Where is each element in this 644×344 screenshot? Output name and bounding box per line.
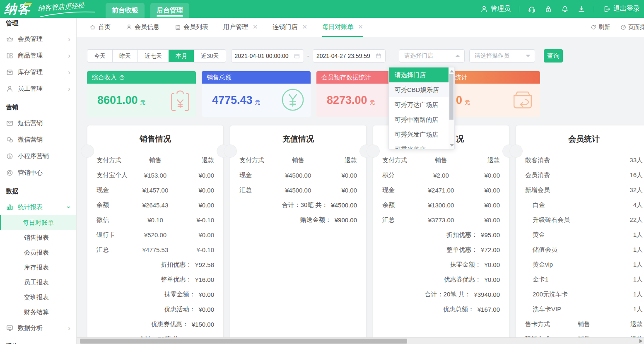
card-title: 销售总额 xyxy=(207,74,232,82)
refresh-button[interactable]: 刷新 xyxy=(590,24,610,31)
table-row: 现金¥1457.00¥0.00 xyxy=(96,183,214,197)
return-box-icon xyxy=(511,88,534,109)
sidebar-item-统计报表[interactable]: 统计报表› xyxy=(0,199,76,215)
sidebar-item-库存管理[interactable]: 库存管理› xyxy=(0,64,76,80)
tab-backend-manage[interactable]: 后台管理 xyxy=(150,3,189,18)
summary-row: 整单优惠：¥16.00 xyxy=(96,272,214,287)
close-icon[interactable]: ✕ xyxy=(358,23,363,31)
store-option-可秀万达广场店[interactable]: 可秀万达广场店 xyxy=(389,97,449,112)
sidebar-item-会员管理[interactable]: 会员管理› xyxy=(0,31,76,47)
page-tab-连锁门店[interactable]: 连锁门店✕ xyxy=(273,18,308,37)
download-icon xyxy=(577,5,586,13)
strip-actions: 刷新 页面操作 xyxy=(590,18,644,37)
sidebar-subitem-财务结算[interactable]: 财务结算 xyxy=(0,305,76,320)
sidebar-item-小程序营销[interactable]: 小程序营销 xyxy=(0,148,76,164)
sidebar-subitem-每日对账单[interactable]: 每日对账单 xyxy=(0,215,76,230)
quick-range-近30天[interactable]: 近30天 xyxy=(194,50,226,62)
page-tab-会员列表[interactable]: 会员列表 xyxy=(174,18,208,37)
refresh-icon xyxy=(590,24,597,31)
page-tabs: 首页会员信息会员列表用户管理✕连锁门店✕每日对账单✕ xyxy=(77,18,644,37)
sidebar-section: 数据统计报表›每日对账单销售报表会员报表库存报表员工报表交班报表财务结算数据分析… xyxy=(0,181,76,336)
store-option-可秀CBD娱乐店[interactable]: 可秀CBD娱乐店 xyxy=(389,82,449,97)
store-option-可秀兴发广场店[interactable]: 可秀兴发广场店 xyxy=(389,127,449,142)
dropdown-scrollbar[interactable] xyxy=(449,67,454,149)
sidebar-item-label: 短信营销 xyxy=(18,119,43,127)
stat-row: 黄金vip1人 xyxy=(525,257,643,272)
sidebar-subitem-交班报表[interactable]: 交班报表 xyxy=(0,290,76,305)
search-button[interactable]: 查询 xyxy=(544,49,563,63)
close-icon[interactable]: ✕ xyxy=(302,23,308,31)
operator-select[interactable]: 请选择操作员 xyxy=(469,49,535,63)
page-tab-首页[interactable]: 首页 xyxy=(89,18,111,37)
help-icon[interactable] xyxy=(119,75,125,81)
page-tab-会员信息[interactable]: 会员信息 xyxy=(125,18,159,37)
sidebar-item-微信营销[interactable]: 微信营销 xyxy=(0,131,76,148)
sidebar-item-数据分析[interactable]: 数据分析› xyxy=(0,320,76,336)
scrollbar-right-arrow[interactable] xyxy=(639,339,642,343)
sidebar-item-短信营销[interactable]: 短信营销 xyxy=(0,115,76,131)
goods-icon xyxy=(6,52,14,60)
notifications-button[interactable] xyxy=(561,5,569,13)
sidebar-subitem-销售报表[interactable]: 销售报表 xyxy=(0,230,76,245)
quick-range-近七天[interactable]: 近七天 xyxy=(137,50,169,62)
summary-row: 优惠总额：¥167.00 xyxy=(382,302,500,317)
logout-button[interactable]: 退出登录 xyxy=(603,5,640,13)
store-select-placeholder: 请选择门店 xyxy=(404,52,433,60)
page-tab-每日对账单[interactable]: 每日对账单✕ xyxy=(322,18,363,37)
card-value: 8601.00 xyxy=(97,94,138,107)
scroll-down-arrow[interactable] xyxy=(450,144,454,147)
brand-logo: 纳客 xyxy=(4,1,31,17)
quick-range-今天[interactable]: 今天 xyxy=(87,50,112,62)
tab-front-cashier[interactable]: 前台收银 xyxy=(106,3,145,18)
summary-row: 优惠券优惠：¥150.00 xyxy=(96,317,214,332)
divider xyxy=(594,6,594,12)
support-button[interactable] xyxy=(528,5,536,13)
store-option-请选择门店[interactable]: 请选择门店 xyxy=(389,67,449,82)
dropdown-scrollbar-thumb[interactable] xyxy=(449,74,453,120)
admin-user[interactable]: 管理员 xyxy=(480,5,511,13)
sidebar-item-营销中心[interactable]: 营销中心 xyxy=(0,164,76,181)
summary-row: 折扣优惠：¥95.00 xyxy=(382,227,500,242)
range-separator: - xyxy=(307,52,309,60)
sidebar-subitem-库存报表[interactable]: 库存报表 xyxy=(0,260,76,275)
date-start-input[interactable]: 2021-04-01 00:00:00 xyxy=(231,49,304,63)
calendar-icon xyxy=(294,53,300,59)
horizontal-scrollbar[interactable] xyxy=(77,337,644,344)
card-title-partial: 统计 xyxy=(455,74,468,82)
sidebar-section-label: 管理 xyxy=(0,18,76,31)
lock-button[interactable] xyxy=(544,5,552,13)
table-header-row: 售卡方式销售退款 xyxy=(525,317,643,332)
stat-value: 33人 xyxy=(630,156,643,164)
sidebar-item-label: 小程序营销 xyxy=(18,152,49,160)
store-select[interactable]: 请选择门店 xyxy=(399,49,465,63)
page-ops-button[interactable]: 页面操作 xyxy=(620,24,644,31)
close-icon[interactable]: ✕ xyxy=(253,23,258,31)
sidebar-section: 营销短信营销微信营销小程序营销营销中心 xyxy=(0,97,76,181)
sidebar-item-员工管理[interactable]: 员工管理› xyxy=(0,80,76,97)
scrollbar-thumb[interactable] xyxy=(80,339,407,344)
wechat-icon xyxy=(6,136,14,144)
download-button[interactable] xyxy=(577,5,586,13)
date-end-input[interactable]: 2021-04-27 23:59:59 xyxy=(313,49,386,63)
brand-tagline: 纳客管店更轻松 xyxy=(38,0,96,18)
panel-title-partial: 况 xyxy=(456,125,464,153)
card-value-partial: 0 xyxy=(456,94,462,107)
page-ops-label: 页面操作 xyxy=(628,24,644,31)
card-sales-total: 销售总额 4775.43 元 xyxy=(202,71,311,117)
sidebar-item-商品管理[interactable]: 商品管理› xyxy=(0,47,76,64)
store-option-可秀中南路的店[interactable]: 可秀中南路的店 xyxy=(389,112,449,127)
quick-range-昨天[interactable]: 昨天 xyxy=(112,50,137,62)
sidebar-subitem-会员报表[interactable]: 会员报表 xyxy=(0,245,76,260)
scroll-up-arrow[interactable] xyxy=(450,70,454,72)
stat-label: 黄金 xyxy=(533,231,545,239)
sidebar-subitem-员工报表[interactable]: 员工报表 xyxy=(0,275,76,290)
quick-range-本月[interactable]: 本月 xyxy=(169,50,194,62)
store-option-可秀光谷店[interactable]: 可秀光谷店 xyxy=(389,142,449,149)
stat-label: 升级砖石会员 xyxy=(533,216,570,224)
page-tab-label: 会员列表 xyxy=(183,23,208,31)
filter-row: 今天昨天近七天本月近30天 2021-04-01 00:00:00 - 2021… xyxy=(87,49,563,63)
page-tab-用户管理[interactable]: 用户管理✕ xyxy=(223,18,258,37)
stat-row: 储值会员1人 xyxy=(525,242,643,257)
store-dropdown-list: 请选择门店可秀CBD娱乐店可秀万达广场店可秀中南路的店可秀兴发广场店可秀光谷店 xyxy=(389,67,449,149)
stat-value: 1人 xyxy=(633,231,643,239)
